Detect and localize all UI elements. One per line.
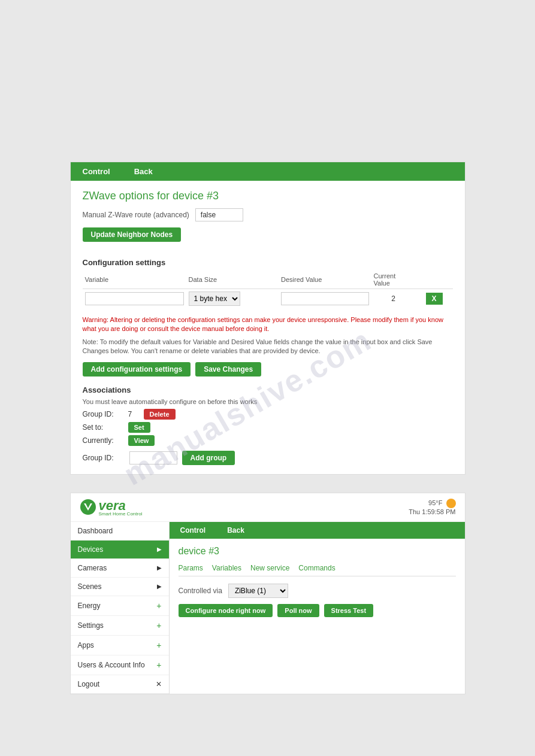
sidebar-item-apps[interactable]: Apps + bbox=[71, 636, 169, 655]
delete-row-button[interactable]: X bbox=[426, 293, 443, 305]
set-to-label: Set to: bbox=[83, 423, 125, 432]
sidebar-item-cameras[interactable]: Cameras ▶ bbox=[71, 559, 169, 578]
col-data-size: Data Size bbox=[186, 271, 279, 289]
vera-device-content: device #3 Params Variables New service C… bbox=[170, 539, 465, 624]
set-to-row: Set to: Set bbox=[83, 422, 453, 433]
col-variable: Variable bbox=[83, 271, 186, 289]
sidebar-item-logout[interactable]: Logout ✕ bbox=[71, 675, 169, 694]
add-group-row: Group ID: Add group bbox=[83, 451, 453, 465]
sun-icon bbox=[446, 499, 456, 508]
vera-logo-text: vera bbox=[99, 498, 126, 513]
config-table: Variable Data Size Desired Value Current… bbox=[83, 271, 453, 308]
delete-group-button[interactable]: Delete bbox=[144, 409, 176, 420]
vera-back-button[interactable]: Back bbox=[216, 522, 255, 539]
manual-route-label: Manual Z-Wave route (advanced) bbox=[83, 211, 189, 219]
vera-logo-sub: Smart Home Control bbox=[99, 511, 143, 517]
associations-title: Associations bbox=[83, 385, 453, 394]
temperature: 95°F bbox=[409, 499, 455, 508]
stress-test-button[interactable]: Stress Test bbox=[324, 604, 374, 617]
top-nav-bar: Control Back bbox=[71, 162, 465, 181]
plus-icon-energy: + bbox=[156, 601, 161, 611]
vera-header: vera Smart Home Control 95°F Thu 1:59:58… bbox=[71, 493, 465, 522]
vera-main-content: Control Back device #3 Params Variables … bbox=[170, 522, 465, 694]
device-title: device #3 bbox=[179, 546, 456, 557]
device-action-buttons: Configure node right now Poll now Stress… bbox=[179, 604, 456, 617]
associations-note: You must leave automatically configure o… bbox=[83, 398, 453, 405]
col-current-value: Current Value bbox=[371, 271, 416, 289]
chevron-right-icon: ▶ bbox=[157, 546, 162, 552]
svg-point-0 bbox=[80, 499, 96, 515]
add-group-label: Group ID: bbox=[83, 454, 125, 462]
vera-logo-icon bbox=[80, 499, 96, 515]
sidebar-item-devices[interactable]: Devices ▶ bbox=[71, 541, 169, 559]
chevron-right-icon-cameras: ▶ bbox=[157, 564, 162, 571]
vera-layout: Dashboard Devices ▶ Cameras ▶ Scenes ▶ E… bbox=[71, 522, 465, 694]
sidebar-item-users[interactable]: Users & Account Info + bbox=[71, 655, 169, 675]
manual-route-row: Manual Z-Wave route (advanced) false bbox=[83, 208, 453, 221]
controlled-via-select[interactable]: ZiBlue (1) bbox=[228, 584, 288, 598]
back-button[interactable]: Back bbox=[122, 162, 165, 181]
tab-new-service[interactable]: New service bbox=[250, 561, 289, 576]
controlled-via-row: Controlled via ZiBlue (1) bbox=[179, 584, 456, 598]
current-value-display: 2 bbox=[391, 294, 395, 303]
configure-node-button[interactable]: Configure node right now bbox=[179, 604, 273, 617]
sidebar-item-settings[interactable]: Settings + bbox=[71, 616, 169, 636]
time-display: Thu 1:59:58 PM bbox=[409, 508, 455, 515]
tab-variables[interactable]: Variables bbox=[212, 561, 241, 576]
col-desired-value: Desired Value bbox=[279, 271, 371, 289]
group-id-value: 7 bbox=[128, 410, 140, 418]
desired-value-input[interactable]: 2 bbox=[281, 292, 369, 305]
sidebar-item-energy[interactable]: Energy + bbox=[71, 596, 169, 616]
controlled-via-label: Controlled via bbox=[179, 587, 222, 595]
control-button[interactable]: Control bbox=[71, 162, 122, 181]
plus-icon-settings: + bbox=[156, 621, 161, 630]
warning-text: Warning: Altering or deleting the config… bbox=[83, 315, 453, 334]
add-config-button[interactable]: Add configuration settings bbox=[83, 362, 191, 377]
currently-row: Currently: View bbox=[83, 435, 453, 446]
plus-icon-users: + bbox=[156, 660, 161, 670]
sidebar-item-dashboard[interactable]: Dashboard bbox=[71, 522, 169, 541]
add-group-input[interactable] bbox=[129, 451, 177, 464]
currently-label: Currently: bbox=[83, 436, 125, 445]
vera-control-button[interactable]: Control bbox=[170, 522, 217, 539]
variable-input[interactable]: 3 bbox=[85, 292, 184, 305]
save-changes-button[interactable]: Save Changes bbox=[195, 362, 261, 377]
config-settings-title: Configuration settings bbox=[83, 258, 453, 267]
note-text: Note: To modify the default values for V… bbox=[83, 338, 453, 356]
vera-top-nav: Control Back bbox=[170, 522, 465, 539]
page-title: ZWave options for device #3 bbox=[83, 190, 453, 202]
tab-commands[interactable]: Commands bbox=[298, 561, 335, 576]
group-id-row: Group ID: 7 Delete bbox=[83, 409, 453, 420]
x-icon-logout: ✕ bbox=[156, 680, 162, 688]
poll-now-button[interactable]: Poll now bbox=[277, 604, 319, 617]
update-neighbor-nodes-button[interactable]: Update Neighbor Nodes bbox=[83, 227, 182, 242]
view-button[interactable]: View bbox=[128, 435, 155, 446]
weather-info: 95°F Thu 1:59:58 PM bbox=[409, 499, 455, 515]
data-size-select[interactable]: 1 byte hex 1 byte dec 2 byte hex 2 byte … bbox=[189, 292, 240, 306]
group-id-label: Group ID: bbox=[83, 410, 125, 418]
vera-logo: vera Smart Home Control bbox=[80, 498, 143, 517]
sidebar-item-scenes[interactable]: Scenes ▶ bbox=[71, 578, 169, 596]
config-action-buttons: Add configuration settings Save Changes bbox=[83, 362, 453, 377]
plus-icon-apps: + bbox=[156, 640, 161, 650]
chevron-right-icon-scenes: ▶ bbox=[157, 583, 162, 590]
set-button[interactable]: Set bbox=[128, 422, 150, 433]
vera-sidebar: Dashboard Devices ▶ Cameras ▶ Scenes ▶ E… bbox=[71, 522, 170, 694]
tab-params[interactable]: Params bbox=[179, 561, 203, 576]
config-row: 3 1 byte hex 1 byte dec 2 byte hex 2 byt… bbox=[83, 289, 453, 309]
device-tabs: Params Variables New service Commands bbox=[179, 561, 456, 576]
manual-route-value: false bbox=[195, 208, 243, 221]
add-group-button[interactable]: Add group bbox=[182, 451, 235, 465]
